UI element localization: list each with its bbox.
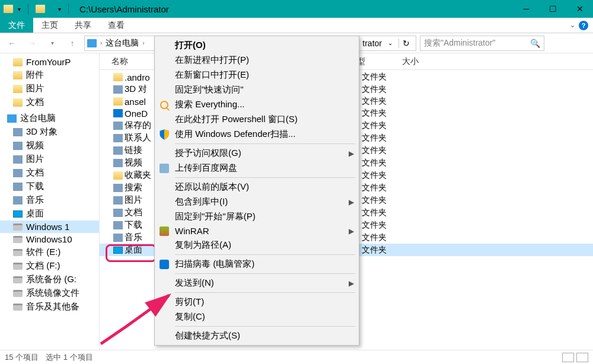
sidebar-item[interactable]: 下载: [0, 180, 99, 193]
pc-icon: [87, 39, 97, 47]
status-selected-count: 选中 1 个项目: [46, 352, 93, 363]
sidebar-item[interactable]: 文档: [0, 95, 99, 109]
shield-icon: [158, 129, 170, 141]
item-icon: [113, 234, 123, 242]
sidebar-item[interactable]: 音乐: [0, 193, 99, 207]
folder-icon: [4, 5, 13, 13]
view-details-icon[interactable]: [562, 353, 574, 362]
view-large-icon[interactable]: [576, 353, 588, 362]
menu-item-label: 在新窗口中打开(E): [175, 69, 249, 81]
chevron-down-icon[interactable]: ▾: [18, 6, 21, 12]
menu-item[interactable]: 复制(C): [155, 309, 359, 324]
tab-view[interactable]: 查看: [100, 18, 133, 33]
submenu-arrow-icon: ▶: [349, 279, 354, 288]
minimize-button[interactable]: ─: [513, 0, 540, 18]
drive-icon: [13, 249, 23, 256]
navigation-pane[interactable]: FromYourP附件图片文档这台电脑3D 对象视频图片文档下载音乐桌面Wind…: [0, 53, 100, 350]
refresh-button[interactable]: ↻: [398, 39, 413, 48]
sidebar-item[interactable]: 附件: [0, 68, 99, 82]
file-tab[interactable]: 文件: [0, 18, 33, 33]
sidebar-group-label: 这台电脑: [20, 113, 56, 124]
menu-item[interactable]: 上传到百度网盘: [155, 161, 359, 175]
file-type: 文件夹: [362, 133, 387, 143]
drive-icon: [13, 236, 23, 243]
menu-item[interactable]: 在新窗口中打开(E): [155, 68, 359, 82]
menu-item[interactable]: 扫描病毒 (电脑管家): [155, 257, 359, 272]
menu-item[interactable]: 在此处打开 Powershell 窗口(S): [155, 112, 359, 127]
sidebar-item-label: 桌面: [26, 208, 44, 219]
sidebar-item[interactable]: 桌面: [0, 207, 99, 221]
file-type: 文件夹: [362, 195, 387, 206]
sidebar-item[interactable]: 3D 对象: [0, 125, 99, 139]
menu-item-label: 扫描病毒 (电脑管家): [175, 258, 254, 270]
context-menu[interactable]: 打开(O)在新进程中打开(P)在新窗口中打开(E)固定到"快速访问"搜索 Eve…: [154, 36, 359, 346]
column-size[interactable]: 大小: [402, 56, 449, 67]
close-button[interactable]: ✕: [566, 0, 593, 18]
antivirus-icon: [160, 260, 169, 269]
help-icon[interactable]: ?: [579, 21, 588, 30]
menu-item-label: 创建快捷方式(S): [175, 330, 240, 341]
sidebar-group-this-pc[interactable]: 这台电脑: [0, 111, 99, 125]
maximize-button[interactable]: ☐: [540, 0, 566, 18]
menu-item-label: 复制(C): [175, 311, 205, 323]
menu-item[interactable]: 创建快捷方式(S): [155, 328, 359, 343]
sidebar-item-label: FromYourP: [26, 57, 71, 67]
sidebar-item[interactable]: 文档: [0, 166, 99, 180]
sidebar-item[interactable]: 音乐及其他备: [0, 300, 99, 314]
sidebar-item[interactable]: 视频: [0, 139, 99, 152]
menu-item[interactable]: 打开(O): [155, 38, 359, 53]
history-dropdown[interactable]: ▾: [44, 36, 60, 51]
sidebar-item[interactable]: Windows 1: [0, 221, 99, 233]
tab-home[interactable]: 主页: [33, 18, 66, 33]
back-button[interactable]: ←: [4, 36, 20, 51]
menu-item[interactable]: 固定到"开始"屏幕(P): [155, 209, 359, 224]
menu-item[interactable]: 使用 Windows Defender扫描...: [155, 127, 359, 142]
menu-item[interactable]: 还原以前的版本(V): [155, 180, 359, 194]
sidebar-item-label: 图片: [26, 83, 44, 94]
menu-item[interactable]: 在新进程中打开(P): [155, 53, 359, 68]
menu-item[interactable]: 剪切(T): [155, 295, 359, 309]
submenu-arrow-icon: ▶: [349, 149, 354, 158]
search-icon: [160, 101, 168, 109]
sidebar-item[interactable]: 图片: [0, 82, 99, 95]
menu-item[interactable]: 固定到"快速访问": [155, 82, 359, 97]
menu-item[interactable]: 授予访问权限(G)▶: [155, 146, 359, 161]
qat-dropdown-icon[interactable]: ▾: [58, 6, 61, 12]
menu-item[interactable]: 复制为路径(A): [155, 238, 359, 253]
cloud-icon: [113, 109, 123, 117]
file-type: 文件夹: [362, 108, 387, 119]
menu-item[interactable]: WinRAR▶: [155, 224, 359, 238]
submenu-arrow-icon: ▶: [349, 227, 354, 235]
sidebar-item[interactable]: 文档 (F:): [0, 259, 99, 273]
search-placeholder: 搜索"Administrator": [424, 38, 495, 49]
chevron-right-icon[interactable]: ›: [142, 40, 144, 46]
sidebar-item[interactable]: 系统镜像文件: [0, 286, 99, 300]
sidebar-item-label: 系统备份 (G:: [26, 274, 76, 285]
address-dropdown-icon[interactable]: ⌄: [385, 40, 395, 46]
sidebar-item-label: Windows 1: [26, 222, 69, 232]
chevron-right-icon[interactable]: ›: [100, 40, 102, 46]
sidebar-item-label: 图片: [26, 154, 44, 165]
sidebar-item[interactable]: 软件 (E:): [0, 245, 99, 259]
sidebar-item-label: 文档 (F:): [26, 260, 60, 272]
menu-item[interactable]: 包含到库中(I)▶: [155, 194, 359, 209]
item-icon: [113, 221, 123, 229]
sidebar-item-label: 3D 对象: [26, 126, 58, 138]
ribbon-expand-icon[interactable]: ⌄: [570, 21, 575, 29]
sidebar-item[interactable]: Windows10: [0, 233, 99, 245]
folder-icon: [36, 5, 45, 13]
menu-item[interactable]: 发送到(N)▶: [155, 276, 359, 290]
menu-item[interactable]: 搜索 Everything...: [155, 97, 359, 112]
search-input[interactable]: 搜索"Administrator" 🔍: [420, 36, 544, 51]
sidebar-item-label: 软件 (E:): [26, 247, 60, 258]
up-button[interactable]: ↑: [64, 36, 81, 51]
sidebar-item-label: 音乐: [26, 194, 44, 206]
item-icon: [113, 184, 123, 192]
tab-share[interactable]: 共享: [66, 18, 100, 33]
breadcrumb[interactable]: 这台电脑: [106, 38, 139, 49]
sidebar-item[interactable]: FromYourP: [0, 56, 99, 68]
forward-button[interactable]: →: [24, 36, 40, 51]
menu-item-label: 上传到百度网盘: [175, 162, 237, 174]
sidebar-item[interactable]: 图片: [0, 152, 99, 166]
sidebar-item[interactable]: 系统备份 (G:: [0, 273, 99, 286]
